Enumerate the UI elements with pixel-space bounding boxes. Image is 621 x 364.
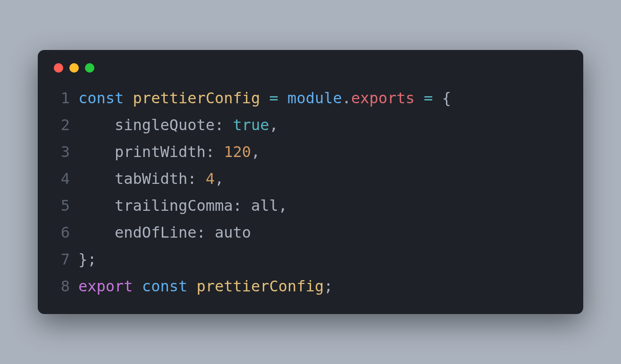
line-number: 5 — [52, 192, 70, 219]
code-token: exports — [351, 89, 415, 107]
code-token: 120 — [224, 143, 251, 161]
code-token: : — [233, 197, 242, 215]
code-line[interactable]: 6 endOfLine: auto — [52, 219, 569, 246]
code-token: module — [287, 89, 342, 107]
code-block[interactable]: 1const prettierConfig = module.exports =… — [52, 85, 569, 300]
zoom-icon[interactable] — [85, 63, 94, 73]
line-number: 7 — [52, 246, 70, 273]
code-token — [78, 197, 115, 215]
code-token — [433, 89, 442, 107]
code-line[interactable]: 3 printWidth: 120, — [52, 139, 569, 165]
line-content[interactable]: const prettierConfig = module.exports = … — [78, 85, 451, 112]
code-window: 1const prettierConfig = module.exports =… — [38, 50, 583, 314]
line-content[interactable]: printWidth: 120, — [78, 139, 260, 165]
code-token: . — [342, 89, 351, 107]
line-number: 1 — [52, 85, 70, 112]
code-token: , — [269, 116, 278, 134]
code-token: prettierConfig — [196, 277, 324, 295]
code-token — [78, 116, 115, 134]
code-token — [196, 170, 205, 188]
code-token: const — [142, 277, 197, 295]
code-token — [78, 223, 115, 241]
code-token: : — [196, 223, 205, 241]
code-token: endOfLine — [115, 223, 196, 241]
code-token: }; — [78, 250, 97, 268]
code-token: trailingComma — [115, 197, 233, 215]
code-token — [278, 89, 287, 107]
code-token: prettierConfig — [133, 89, 260, 107]
code-token: ; — [324, 277, 333, 295]
line-number: 4 — [52, 165, 70, 192]
code-token — [260, 89, 269, 107]
code-token: export — [78, 277, 142, 295]
window-traffic-lights — [54, 63, 569, 73]
line-content[interactable]: trailingComma: all, — [78, 192, 287, 219]
code-token — [78, 170, 115, 188]
code-token: const — [78, 89, 133, 107]
line-content[interactable]: singleQuote: true, — [78, 112, 278, 139]
line-content[interactable]: endOfLine: auto — [78, 219, 251, 246]
code-line[interactable]: 8export const prettierConfig; — [52, 273, 569, 300]
line-content[interactable]: export const prettierConfig; — [78, 273, 333, 300]
minimize-icon[interactable] — [69, 63, 79, 73]
code-token: : — [215, 116, 224, 134]
code-line[interactable]: 5 trailingComma: all, — [52, 192, 569, 219]
code-token: : — [206, 143, 215, 161]
code-token — [206, 223, 215, 241]
close-icon[interactable] — [54, 63, 63, 73]
line-number: 2 — [52, 112, 70, 139]
code-line[interactable]: 7}; — [52, 246, 569, 273]
code-token: { — [442, 89, 451, 107]
code-token: true — [233, 116, 269, 134]
code-token: : — [187, 170, 196, 188]
code-token — [78, 143, 115, 161]
code-token: , — [251, 143, 260, 161]
line-number: 3 — [52, 139, 70, 165]
code-token: all — [251, 197, 278, 215]
code-token — [215, 143, 224, 161]
code-token — [224, 116, 233, 134]
line-content[interactable]: }; — [78, 246, 97, 273]
line-number: 8 — [52, 273, 70, 300]
code-token — [415, 89, 424, 107]
code-token: = — [424, 89, 433, 107]
code-token: , — [278, 197, 287, 215]
code-token: 4 — [206, 170, 215, 188]
line-content[interactable]: tabWidth: 4, — [78, 165, 224, 192]
code-token: auto — [215, 223, 251, 241]
code-token: singleQuote — [115, 116, 215, 134]
code-token: printWidth — [115, 143, 206, 161]
code-token: = — [269, 89, 278, 107]
code-token: tabWidth — [115, 170, 187, 188]
code-line[interactable]: 1const prettierConfig = module.exports =… — [52, 85, 569, 112]
code-token: , — [215, 170, 224, 188]
code-token — [242, 197, 251, 215]
line-number: 6 — [52, 219, 70, 246]
code-line[interactable]: 4 tabWidth: 4, — [52, 165, 569, 192]
code-line[interactable]: 2 singleQuote: true, — [52, 112, 569, 139]
